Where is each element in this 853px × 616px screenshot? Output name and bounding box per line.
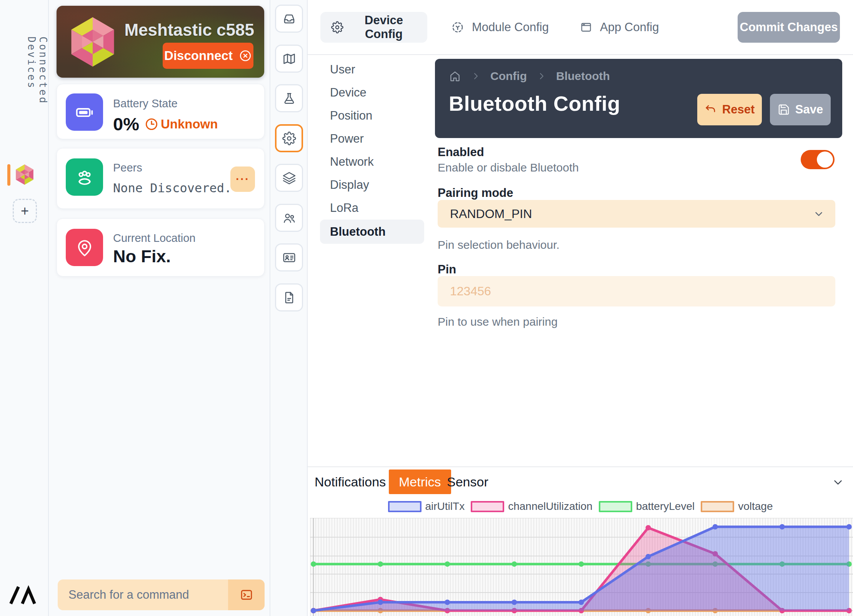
legend-swatch-voltage (701, 501, 734, 512)
command-search-bar (58, 579, 265, 610)
gear-icon (282, 132, 296, 145)
layers-icon (282, 171, 296, 185)
peers-card: Peers None Discovered. ··· (57, 148, 265, 209)
users-icon (282, 211, 296, 225)
save-label: Save (795, 103, 823, 117)
gear-icon (331, 21, 343, 33)
legend-item: channelUtilization (471, 500, 592, 513)
breadcrumb-config[interactable]: Config (490, 70, 527, 83)
pairing-mode-select[interactable]: RANDOM_PIN (438, 200, 835, 228)
contact-card-icon (282, 251, 296, 265)
document-icon (282, 291, 296, 305)
save-button[interactable]: Save (770, 94, 831, 125)
plus-icon: + (21, 203, 29, 219)
command-search-input[interactable] (58, 579, 228, 610)
messages-inbox-button[interactable] (275, 5, 303, 33)
metrics-chart-svg (310, 518, 853, 616)
chart-legend: airUtilTx channelUtilization batteryLeve… (308, 500, 853, 513)
legend-swatch-channelutilization (471, 501, 504, 512)
bluetooth-config-header: Config Bluetooth Bluetooth Config Reset (435, 59, 842, 138)
legend-label: airUtilTx (425, 500, 465, 513)
battery-state-card: Battery State 0% Unknown (57, 84, 265, 139)
flask-icon (282, 92, 296, 105)
commit-changes-button[interactable]: Commit Changes (738, 12, 840, 43)
breadcrumb-bluetooth[interactable]: Bluetooth (556, 70, 610, 83)
device-hexagon-logo (65, 14, 121, 70)
clock-icon (145, 117, 158, 131)
disconnect-button[interactable]: Disconnect (163, 43, 253, 69)
pin-label: Pin (438, 263, 456, 276)
pin-description: Pin to use when pairing (438, 315, 558, 328)
legend-item: batteryLevel (599, 500, 695, 513)
battery-time-status: Unknown (161, 117, 218, 132)
dashed-circle-icon (451, 21, 464, 34)
location-label: Current Location (113, 232, 195, 245)
legend-item: airUtilTx (388, 500, 465, 513)
main-content: Device Config Module Config (308, 0, 853, 616)
undo-icon (705, 103, 717, 116)
battery-icon (66, 93, 103, 131)
tab-notifications[interactable]: Notifications (315, 467, 386, 496)
contact-info-button[interactable] (275, 243, 303, 271)
battery-percentage: 0% (113, 113, 139, 135)
add-device-button[interactable]: + (13, 199, 37, 223)
device-panel: Meshtastic c585 Disconnect Battery State (49, 0, 270, 616)
config-toolbar: Device Config Module Config (308, 0, 853, 55)
legend-swatch-airutiltx (388, 501, 422, 512)
peers-icon (66, 158, 103, 196)
tab-metrics[interactable]: Metrics (389, 469, 451, 494)
app-sections-toolbar (270, 0, 308, 616)
location-pin-icon (66, 229, 103, 266)
nav-item-network[interactable]: Network (320, 150, 424, 173)
enabled-toggle[interactable] (801, 150, 835, 169)
meshtastic-app: Connected Devices (0, 0, 853, 616)
config-section-nav: User Device Position Power Network Displ… (320, 58, 424, 244)
ellipsis-icon: ··· (236, 173, 250, 186)
chevron-down-icon (813, 208, 825, 220)
connected-devices-rail: Connected Devices (0, 0, 49, 616)
nav-item-power[interactable]: Power (320, 127, 424, 150)
battery-state-label: Battery State (113, 97, 178, 110)
legend-label: batteryLevel (636, 500, 695, 513)
terminal-icon[interactable] (228, 579, 265, 610)
breadcrumb: Config Bluetooth (449, 70, 610, 83)
collapse-panel-chevron-icon[interactable] (831, 476, 845, 490)
legend-label: voltage (738, 500, 773, 513)
tab-device-config[interactable]: Device Config (320, 12, 427, 43)
chevron-right-icon (537, 72, 546, 81)
channels-layers-button[interactable] (275, 164, 303, 192)
tab-module-config[interactable]: Module Config (440, 12, 560, 43)
peers-menu-button[interactable]: ··· (230, 166, 255, 192)
tab-label: App Config (600, 20, 659, 34)
current-location-card: Current Location No Fix. (57, 218, 265, 276)
tab-label: Device Config (351, 13, 417, 41)
connected-device-card: Meshtastic c585 Disconnect (57, 6, 264, 78)
nav-item-lora[interactable]: LoRa (320, 196, 424, 220)
settings-button[interactable] (275, 124, 303, 152)
tab-app-config[interactable]: App Config (569, 12, 670, 43)
tab-sensor[interactable]: Sensor (447, 467, 488, 496)
nav-item-user[interactable]: User (320, 58, 424, 81)
files-docs-button[interactable] (275, 283, 303, 311)
chevron-right-icon (471, 72, 480, 81)
nodes-peers-button[interactable] (275, 204, 303, 232)
enabled-label: Enabled (438, 145, 484, 159)
location-value: No Fix. (113, 246, 171, 266)
map-button[interactable] (275, 45, 303, 73)
device-avatar[interactable] (13, 163, 37, 186)
lab-flask-button[interactable] (275, 84, 303, 112)
pairing-mode-description: Pin selection behaviour. (438, 238, 560, 251)
pin-input[interactable] (438, 276, 835, 306)
map-icon (282, 52, 296, 66)
meshtastic-logo-icon (8, 584, 40, 606)
nav-item-display[interactable]: Display (320, 173, 424, 196)
nav-item-device[interactable]: Device (320, 81, 424, 104)
nav-item-bluetooth[interactable]: Bluetooth (320, 220, 424, 244)
toggle-knob (817, 152, 833, 168)
pairing-mode-label: Pairing mode (438, 186, 513, 200)
legend-item: voltage (701, 500, 773, 513)
nav-item-position[interactable]: Position (320, 104, 424, 127)
peers-label: Peers (113, 161, 142, 174)
home-icon[interactable] (449, 70, 461, 82)
reset-button[interactable]: Reset (697, 94, 762, 125)
